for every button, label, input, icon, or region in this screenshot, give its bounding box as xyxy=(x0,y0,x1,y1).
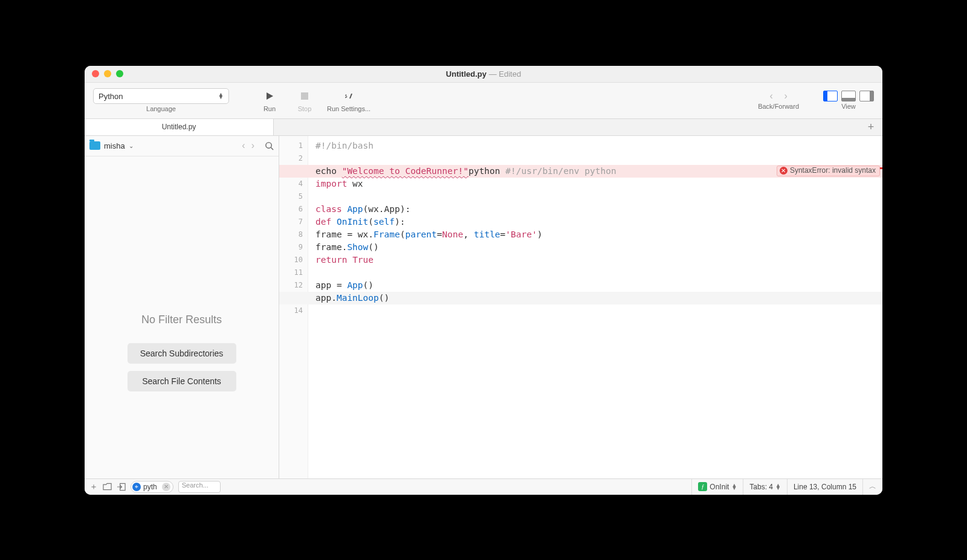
main: misha ⌄ ‹ › No Filter Results Search Sub… xyxy=(85,136,882,478)
updown-icon: ▲▼ xyxy=(218,93,224,99)
sidebar-back-button[interactable]: ‹ xyxy=(239,140,248,151)
app-window: Untitled.py — Edited Python ▲▼ Language … xyxy=(85,66,882,495)
function-icon: ƒ xyxy=(698,482,707,491)
statusbar-search-input[interactable]: Search... xyxy=(178,481,221,493)
cursor-position: Line 13, Column 15 xyxy=(794,483,856,491)
symbol-cell[interactable]: ƒ OnInit ▲▼ xyxy=(691,479,743,495)
import-icon[interactable] xyxy=(117,483,126,491)
error-badge[interactable]: ✕SyntaxError: invalid syntax xyxy=(777,166,880,176)
view-label: View xyxy=(841,103,856,110)
no-filter-results-text: No Filter Results xyxy=(141,314,222,326)
toolbar: Python ▲▼ Language Run Stop Run Settings… xyxy=(85,83,882,119)
forward-button[interactable]: › xyxy=(780,91,792,101)
filter-type-icon: ⌖ xyxy=(132,483,141,491)
sidebar-header: misha ⌄ ‹ › xyxy=(85,136,279,156)
stop-label: Stop xyxy=(298,105,312,112)
title-filename: Untitled.py xyxy=(446,69,487,79)
view-bottom-panel-button[interactable] xyxy=(841,91,856,101)
run-settings-label: Run Settings... xyxy=(327,105,370,112)
code-area[interactable]: #!/bin/bashecho "Welcome to CodeRunner!"… xyxy=(308,136,882,478)
folder-outline-icon[interactable] xyxy=(103,483,112,491)
statusbar-right: ƒ OnInit ▲▼ Tabs: 4 ▲▼ Line 13, Column 1… xyxy=(691,479,882,495)
editor[interactable]: 1234567891011121314 #!/bin/bashecho "Wel… xyxy=(279,136,882,478)
search-file-contents-button[interactable]: Search File Contents xyxy=(128,371,236,391)
sidebar-nav: ‹ › xyxy=(239,140,257,151)
titlebar: Untitled.py — Edited xyxy=(85,66,882,83)
statusbar-left: ＋ ⌖ pyth ✕ Search... xyxy=(85,481,279,493)
add-icon[interactable]: ＋ xyxy=(89,481,98,492)
svg-line-2 xyxy=(271,147,273,150)
position-cell[interactable]: Line 13, Column 15 xyxy=(787,479,862,495)
sidebar-forward-button[interactable]: › xyxy=(248,140,257,151)
view-buttons xyxy=(823,91,874,101)
back-button[interactable]: ‹ xyxy=(765,91,777,101)
view-left-panel-button[interactable] xyxy=(823,91,838,101)
svg-point-1 xyxy=(266,142,271,147)
sidebar-body: No Filter Results Search Subdirectories … xyxy=(85,156,279,478)
folder-icon xyxy=(89,141,100,150)
symbol-name: OnInit xyxy=(710,483,729,491)
chevron-up-icon: ︿ xyxy=(869,481,876,492)
stop-button[interactable] xyxy=(294,88,315,104)
statusbar: ＋ ⌖ pyth ✕ Search... ƒ OnInit ▲▼ Tabs: 4 xyxy=(85,478,882,495)
title-status: — Edited xyxy=(489,69,522,79)
search-subdirectories-button[interactable]: Search Subdirectories xyxy=(128,343,236,364)
language-label: Language xyxy=(146,105,176,112)
sidebar: misha ⌄ ‹ › No Filter Results Search Sub… xyxy=(85,136,279,478)
updown-icon: ▲▼ xyxy=(731,484,737,490)
back-forward-buttons: ‹ › xyxy=(765,91,792,101)
gutter: 1234567891011121314 xyxy=(279,136,308,478)
filter-text: pyth xyxy=(143,483,157,491)
tabs-value: Tabs: 4 xyxy=(749,483,773,491)
run-settings-button[interactable] xyxy=(338,88,359,104)
window-title: Untitled.py — Edited xyxy=(85,69,882,79)
backforward-label: Back/Forward xyxy=(758,103,799,110)
search-icon[interactable] xyxy=(265,141,274,150)
language-value: Python xyxy=(99,92,123,101)
chevron-cell[interactable]: ︿ xyxy=(862,479,882,495)
add-tab-button[interactable]: + xyxy=(863,119,879,135)
view-right-panel-button[interactable] xyxy=(859,91,874,101)
filter-pill[interactable]: ⌖ pyth ✕ xyxy=(131,481,173,493)
tabs-cell[interactable]: Tabs: 4 ▲▼ xyxy=(743,479,787,495)
run-label: Run xyxy=(264,105,276,112)
svg-rect-0 xyxy=(301,92,308,100)
run-button[interactable] xyxy=(259,88,280,104)
language-select[interactable]: Python ▲▼ xyxy=(93,88,229,104)
clear-filter-button[interactable]: ✕ xyxy=(162,483,170,491)
chevron-down-icon[interactable]: ⌄ xyxy=(129,143,134,149)
tabstrip: Untitled.py + xyxy=(85,119,882,136)
folder-name[interactable]: misha xyxy=(104,141,125,150)
updown-icon: ▲▼ xyxy=(775,484,781,490)
tab-untitled[interactable]: Untitled.py xyxy=(85,119,274,135)
